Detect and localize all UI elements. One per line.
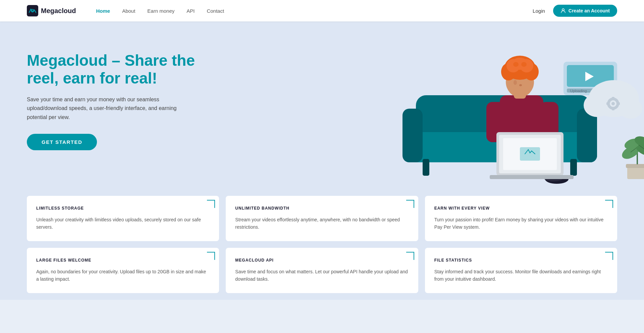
- nav-api[interactable]: API: [186, 8, 195, 14]
- logo-icon: [27, 5, 38, 16]
- login-link[interactable]: Login: [533, 8, 545, 14]
- nav-links: Home About Earn money API Contact: [96, 8, 533, 14]
- svg-rect-33: [564, 62, 617, 95]
- feature-title-1: LIMITLESS STORAGE: [36, 206, 210, 211]
- svg-point-23: [504, 56, 535, 80]
- svg-point-54: [633, 134, 644, 149]
- logo-text: Megacloud: [41, 7, 76, 15]
- svg-point-24: [501, 63, 516, 80]
- svg-rect-3: [416, 95, 590, 162]
- feature-title-5: MEGACLOUD API: [235, 258, 409, 263]
- svg-rect-46: [606, 102, 609, 105]
- svg-point-27: [520, 59, 533, 72]
- svg-point-51: [620, 143, 641, 162]
- svg-rect-44: [612, 97, 614, 100]
- feature-title-3: EARN WITH EVERY VIEW: [434, 206, 608, 211]
- svg-point-26: [506, 59, 520, 72]
- svg-point-43: [611, 102, 615, 105]
- svg-rect-45: [612, 108, 614, 110]
- feature-card-file-statistics: FILE STATISTICS Stay informed and track …: [425, 248, 617, 293]
- svg-point-42: [610, 100, 616, 107]
- svg-point-11: [545, 174, 569, 184]
- nav-home[interactable]: Home: [96, 8, 110, 14]
- hero-subtitle: Save your time and earn your money with …: [27, 95, 181, 122]
- logo-link[interactable]: Megacloud: [27, 5, 76, 16]
- feature-card-unlimited-bandwidth: UNLIMITED BANDWIDTH Stream your videos e…: [226, 196, 418, 241]
- svg-rect-47: [617, 102, 620, 105]
- hero-content: Megacloud – Share the reel, earn for rea…: [27, 42, 208, 150]
- svg-line-56: [639, 145, 644, 149]
- svg-point-38: [589, 80, 639, 117]
- feature-desc-1: Unleash your creativity with limitless v…: [36, 216, 210, 231]
- svg-point-12: [543, 173, 564, 181]
- svg-rect-8: [570, 159, 577, 176]
- svg-rect-18: [503, 138, 557, 170]
- svg-point-9: [503, 161, 557, 177]
- feature-card-api: MEGACLOUD API Save time and focus on wha…: [226, 248, 418, 293]
- svg-rect-16: [496, 132, 564, 176]
- svg-rect-4: [409, 132, 597, 162]
- user-icon: [560, 8, 566, 13]
- svg-line-55: [631, 148, 636, 152]
- navbar-right: Login Create an Account: [533, 5, 617, 17]
- svg-rect-0: [27, 5, 38, 16]
- svg-point-2: [562, 9, 564, 11]
- feature-title-2: UNLIMITED BANDWIDTH: [235, 206, 409, 211]
- svg-point-52: [633, 140, 644, 158]
- feature-desc-2: Stream your videos effortlessly anytime,…: [235, 216, 409, 231]
- feature-card-limitless-storage: LIMITLESS STORAGE Unleash your creativit…: [27, 196, 219, 241]
- svg-point-40: [619, 99, 642, 119]
- svg-rect-15: [540, 102, 558, 146]
- feature-desc-4: Again, no boundaries for your creativity…: [36, 268, 210, 283]
- hero-illustration: Uploading...: [356, 28, 644, 189]
- svg-point-32: [519, 84, 522, 86]
- get-started-button[interactable]: GET STARTED: [27, 134, 97, 150]
- svg-rect-36: [567, 89, 600, 93]
- feature-title-4: LARGE FILES WELCOME: [36, 258, 210, 263]
- svg-rect-48: [627, 166, 644, 179]
- svg-rect-21: [514, 89, 526, 99]
- hero-section: Megacloud – Share the reel, earn for rea…: [0, 21, 644, 189]
- svg-point-31: [514, 80, 517, 85]
- svg-point-22: [506, 66, 534, 97]
- svg-point-28: [512, 58, 528, 70]
- feature-desc-5: Save time and focus on what matters. Let…: [235, 268, 409, 283]
- feature-desc-3: Turn your passion into profit! Earn mone…: [434, 216, 608, 231]
- features-section: LIMITLESS STORAGE Unleash your creativit…: [0, 189, 644, 300]
- navbar: Megacloud Home About Earn money API Cont…: [0, 0, 644, 21]
- svg-rect-49: [626, 164, 644, 168]
- feature-desc-6: Stay informed and track your success. Mo…: [434, 268, 608, 283]
- feature-title-6: FILE STATISTICS: [434, 258, 608, 263]
- feature-card-large-files: LARGE FILES WELCOME Again, no boundaries…: [27, 248, 219, 293]
- nav-earn-money[interactable]: Earn money: [147, 8, 174, 14]
- svg-rect-34: [567, 65, 614, 87]
- svg-marker-35: [585, 72, 594, 81]
- svg-point-39: [584, 94, 610, 117]
- svg-point-29: [513, 62, 519, 67]
- hero-title: Megacloud – Share the reel, earn for rea…: [27, 52, 208, 87]
- svg-rect-19: [520, 147, 540, 161]
- svg-rect-14: [486, 102, 505, 142]
- nav-about[interactable]: About: [122, 8, 135, 14]
- svg-rect-17: [499, 135, 561, 173]
- svg-rect-5: [402, 109, 423, 162]
- svg-rect-10: [506, 149, 553, 172]
- svg-rect-20: [490, 175, 574, 179]
- svg-point-41: [607, 98, 619, 110]
- svg-text:Uploading...: Uploading...: [570, 89, 590, 93]
- feature-card-earn-every-view: EARN WITH EVERY VIEW Turn your passion i…: [425, 196, 617, 241]
- nav-contact[interactable]: Contact: [207, 8, 224, 14]
- svg-rect-7: [423, 159, 429, 176]
- svg-point-30: [521, 62, 527, 67]
- svg-rect-13: [500, 95, 543, 149]
- create-account-button[interactable]: Create an Account: [553, 5, 617, 17]
- svg-rect-6: [577, 109, 597, 162]
- svg-point-53: [623, 137, 642, 151]
- svg-point-25: [524, 63, 539, 80]
